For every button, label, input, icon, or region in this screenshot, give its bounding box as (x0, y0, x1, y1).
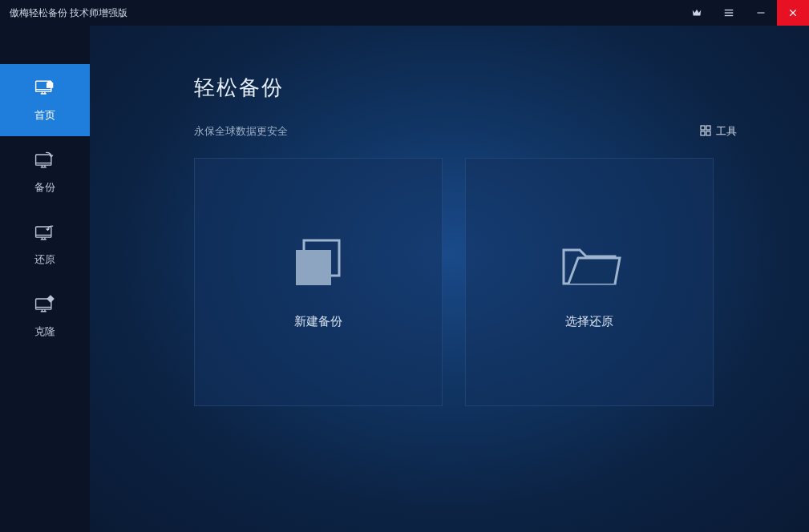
card-label: 新建备份 (294, 314, 342, 329)
svg-rect-18 (706, 131, 710, 135)
sidebar: 首页 备份 还原 (0, 26, 90, 532)
svg-rect-20 (296, 250, 331, 285)
close-button[interactable] (777, 0, 809, 26)
tools-label: 工具 (716, 124, 737, 139)
svg-rect-14 (47, 295, 55, 303)
backup-icon (34, 151, 56, 172)
card-select-restore[interactable]: 选择还原 (465, 158, 714, 406)
sidebar-item-label: 备份 (34, 180, 55, 195)
card-new-backup[interactable]: 新建备份 (194, 158, 443, 406)
sidebar-item-label: 首页 (34, 108, 55, 123)
crown-button[interactable] (681, 0, 713, 26)
restore-icon (34, 223, 56, 244)
menu-button[interactable] (713, 0, 745, 26)
svg-rect-17 (701, 131, 705, 135)
sidebar-item-label: 克隆 (34, 324, 55, 339)
sidebar-item-clone[interactable]: 克隆 (0, 280, 90, 353)
svg-rect-15 (701, 126, 705, 130)
minimize-button[interactable] (745, 0, 777, 26)
sidebar-item-home[interactable]: 首页 (0, 64, 90, 136)
card-label: 选择还原 (565, 314, 613, 329)
svg-rect-16 (706, 126, 710, 130)
page-subtitle: 永保全球数据更安全 (194, 124, 288, 139)
main-area: 轻松备份 永保全球数据更安全 工具 (90, 26, 809, 532)
page-title: 轻松备份 (194, 74, 737, 102)
titlebar: 傲梅轻松备份 技术师增强版 (0, 0, 809, 26)
sidebar-item-label: 还原 (34, 252, 55, 267)
tools-link[interactable]: 工具 (700, 124, 737, 139)
app-title: 傲梅轻松备份 技术师增强版 (10, 6, 681, 20)
clone-icon (34, 295, 56, 316)
new-backup-icon (286, 236, 350, 292)
sidebar-item-restore[interactable]: 还原 (0, 208, 90, 280)
grid-icon (700, 125, 711, 139)
home-icon (34, 79, 56, 100)
sidebar-item-backup[interactable]: 备份 (0, 136, 90, 208)
restore-folder-icon (557, 236, 621, 292)
